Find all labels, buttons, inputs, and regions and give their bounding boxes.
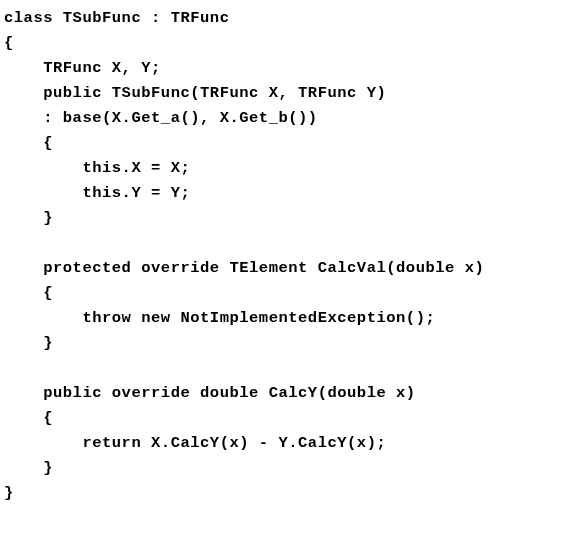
code-line: : base(X.Get_a(), X.Get_b()) — [4, 109, 318, 127]
code-line: protected override TElement CalcVal(doub… — [4, 259, 484, 277]
code-line: { — [4, 284, 53, 302]
code-line: } — [4, 484, 14, 502]
code-line: } — [4, 334, 53, 352]
code-line: this.X = X; — [4, 159, 190, 177]
code-line: { — [4, 409, 53, 427]
code-line: throw new NotImplementedException(); — [4, 309, 435, 327]
code-line: { — [4, 134, 53, 152]
code-line: public override double CalcY(double x) — [4, 384, 416, 402]
code-line: TRFunc X, Y; — [4, 59, 161, 77]
code-line: { — [4, 34, 14, 52]
code-line: this.Y = Y; — [4, 184, 190, 202]
code-block: class TSubFunc : TRFunc { TRFunc X, Y; p… — [0, 0, 561, 512]
code-line: } — [4, 459, 53, 477]
code-line: return X.CalcY(x) - Y.CalcY(x); — [4, 434, 386, 452]
code-line: } — [4, 209, 53, 227]
code-line: class TSubFunc : TRFunc — [4, 9, 229, 27]
code-line: public TSubFunc(TRFunc X, TRFunc Y) — [4, 84, 386, 102]
